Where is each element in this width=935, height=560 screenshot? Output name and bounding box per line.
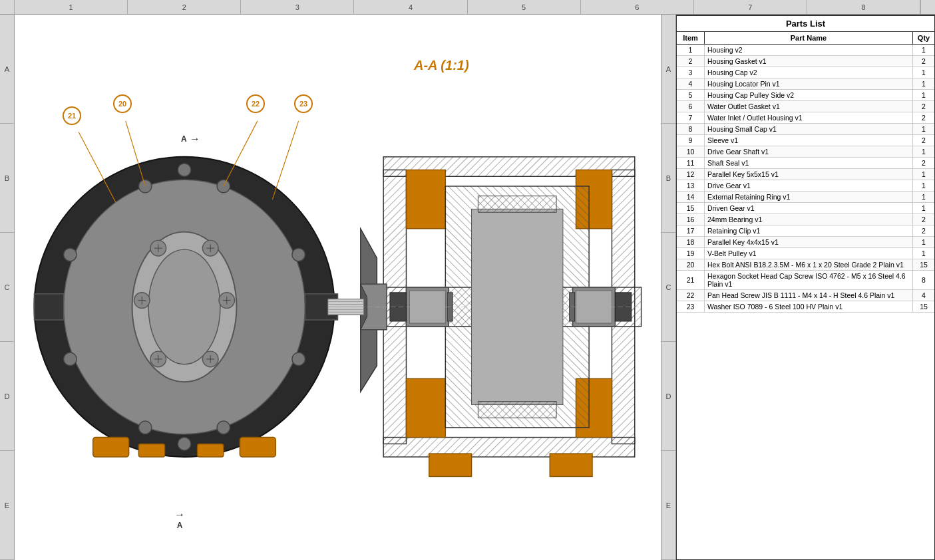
cell-part-name: Retaining Clip v1 (705, 225, 913, 236)
cell-part-name: Sleeve v1 (705, 135, 913, 146)
ruler-col-4: 4 (354, 0, 467, 14)
svg-rect-59 (478, 402, 556, 418)
cell-item-number: 14 (677, 192, 705, 202)
parts-list-row: 7Water Inlet / Outlet Housing v12 (677, 112, 934, 124)
svg-rect-5 (93, 438, 129, 457)
main-container: 1 2 3 4 5 6 7 8 A B C D E A-A (1:1) 21 2… (0, 0, 935, 560)
parts-list-panel: Parts List Item Part Name Qty 1Housing v… (675, 15, 935, 560)
cell-part-name: Washer ISO 7089 - 6 Steel 100 HV Plain v… (705, 301, 913, 312)
col-header-name: Part Name (705, 32, 913, 44)
cell-part-name: Water Inlet / Outlet Housing v1 (705, 112, 913, 123)
parts-list-row: 10Drive Gear Shaft v11 (677, 146, 934, 158)
cell-qty: 2 (913, 101, 934, 112)
col-header-qty: Qty (913, 32, 934, 44)
svg-rect-8 (198, 444, 224, 457)
cell-item-number: 21 (677, 271, 705, 289)
cell-item-number: 6 (677, 101, 705, 112)
right-ruler: A B C D E (661, 15, 675, 560)
parts-list-row: 2Housing Gasket v12 (677, 56, 934, 67)
ruler-col-6: 6 (581, 0, 694, 14)
ruler-row-c: C (0, 233, 14, 342)
cell-qty: 1 (913, 169, 934, 180)
cell-item-number: 22 (677, 290, 705, 301)
cell-part-name: Drive Gear v1 (705, 180, 913, 191)
cell-qty: 2 (913, 56, 934, 67)
svg-rect-41 (34, 294, 63, 320)
parts-list-row: 3Housing Cap v21 (677, 67, 934, 78)
svg-rect-51 (406, 170, 445, 228)
svg-point-31 (217, 180, 230, 193)
parts-list-row: 12Parallel Key 5x5x15 v11 (677, 169, 934, 180)
parts-list-column-headers: Item Part Name Qty (677, 32, 934, 45)
cell-item-number: 12 (677, 169, 705, 180)
callout-23: 23 (294, 94, 313, 113)
top-ruler: 1 2 3 4 5 6 7 8 (0, 0, 935, 15)
svg-rect-58 (478, 196, 556, 213)
right-ruler-row-b: B (661, 124, 675, 233)
cell-qty: 15 (913, 259, 934, 270)
svg-rect-68 (429, 454, 472, 476)
svg-point-33 (178, 438, 191, 451)
parts-list-row: 15Driven Gear v11 (677, 203, 934, 214)
cell-qty: 1 (913, 124, 934, 134)
cell-item-number: 13 (677, 180, 705, 191)
parts-list-body: 1Housing v212Housing Gasket v123Housing … (677, 45, 934, 559)
svg-point-37 (64, 352, 77, 366)
svg-rect-6 (138, 444, 164, 457)
cell-qty: 2 (913, 135, 934, 146)
cell-qty: 1 (913, 180, 934, 191)
callout-20: 20 (113, 94, 132, 113)
cell-part-name: Hex Bolt ANSI B18.2.3.5M - M6 x 1 x 20 S… (705, 259, 913, 270)
cell-qty: 1 (913, 45, 934, 55)
cell-item-number: 9 (677, 135, 705, 146)
parts-list-row: 22Pan Head Screw JIS B 1111 - M4 x 14 - … (677, 290, 934, 301)
cell-part-name: Housing Gasket v1 (705, 56, 913, 67)
ruler-col-2: 2 (128, 0, 241, 14)
svg-rect-69 (550, 454, 592, 476)
cell-qty: 1 (913, 78, 934, 89)
ruler-col-7: 7 (694, 0, 807, 14)
parts-list-row: 18Parallel Key 4x4x15 v11 (677, 237, 934, 248)
right-ruler-row-d: D (661, 342, 675, 451)
cell-item-number: 4 (677, 78, 705, 89)
cell-item-number: 10 (677, 146, 705, 157)
cell-item-number: 2 (677, 56, 705, 67)
cell-part-name: Housing Cap v2 (705, 67, 913, 78)
parts-list-row: 11Shaft Seal v12 (677, 158, 934, 169)
cell-item-number: 23 (677, 301, 705, 312)
cell-qty: 1 (913, 203, 934, 213)
svg-point-38 (292, 248, 305, 261)
parts-list-row: 19V-Belt Pulley v11 (677, 248, 934, 259)
cell-part-name: Water Outlet Gasket v1 (705, 101, 913, 112)
cell-part-name: Parallel Key 5x5x15 v1 (705, 169, 913, 180)
cell-item-number: 7 (677, 112, 705, 123)
cell-qty: 15 (913, 301, 934, 312)
svg-point-29 (138, 180, 152, 193)
cell-item-number: 15 (677, 203, 705, 213)
drawing-svg (15, 15, 661, 560)
parts-list-row: 17Retaining Clip v12 (677, 225, 934, 237)
right-ruler-row-c: C (661, 233, 675, 342)
cell-item-number: 5 (677, 90, 705, 100)
cell-qty: 1 (913, 67, 934, 78)
parts-list-row: 13Drive Gear v11 (677, 180, 934, 192)
svg-rect-52 (406, 378, 445, 437)
cell-item-number: 19 (677, 248, 705, 259)
parts-list-row: 4Housing Locator Pin v11 (677, 78, 934, 90)
right-ruler-row-a: A (661, 15, 675, 124)
ruler-col-8: 8 (807, 0, 920, 14)
cell-qty: 1 (913, 90, 934, 100)
cell-part-name: Housing Cap Pulley Side v2 (705, 90, 913, 100)
cell-item-number: 8 (677, 124, 705, 134)
cell-qty: 1 (913, 192, 934, 202)
ruler-col-3: 3 (241, 0, 354, 14)
cell-part-name: External Retaining Ring v1 (705, 192, 913, 202)
svg-point-34 (217, 421, 230, 434)
svg-point-30 (178, 164, 191, 177)
cell-item-number: 3 (677, 67, 705, 78)
cell-item-number: 17 (677, 225, 705, 236)
cell-part-name: Housing v2 (705, 45, 913, 55)
cell-item-number: 20 (677, 259, 705, 270)
left-ruler: A B C D E (0, 15, 15, 560)
cell-part-name: Housing Locator Pin v1 (705, 78, 913, 89)
